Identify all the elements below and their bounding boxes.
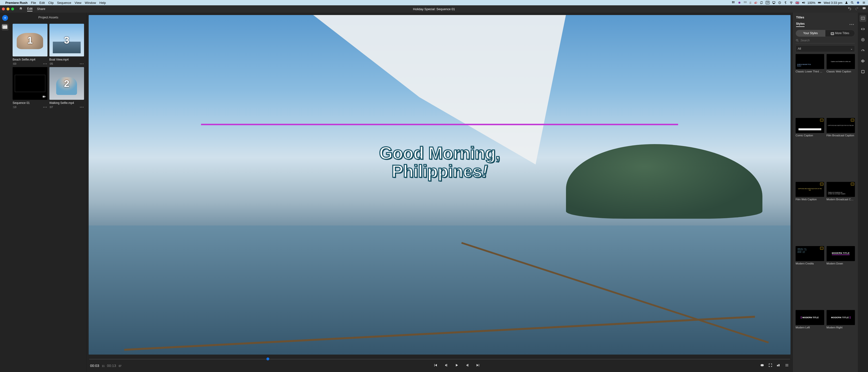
playhead[interactable]: [267, 358, 269, 361]
status-volume-icon[interactable]: [802, 1, 805, 4]
loop-button[interactable]: [760, 363, 764, 368]
status-calendar-icon[interactable]: 19: [766, 1, 770, 4]
status-clock[interactable]: Wed 3:33 pm: [824, 1, 842, 5]
color-tool-button[interactable]: [860, 36, 866, 43]
status-control-center-icon[interactable]: [862, 1, 866, 4]
asset-more-button[interactable]: •••: [43, 105, 48, 108]
title-preset[interactable]: Captions and Subtitles for online useCla…: [827, 54, 855, 116]
asset-thumbnail[interactable]: 2: [50, 67, 84, 100]
redo-button[interactable]: [855, 6, 859, 11]
goto-end-button[interactable]: [476, 363, 480, 368]
minimize-window-button[interactable]: [6, 7, 9, 10]
asset-grid: 1 Beach Selfie.mp4 :03••• 3 Boat View.mp…: [10, 22, 87, 111]
asset-thumbnail[interactable]: 1: [12, 24, 48, 56]
titles-search-input[interactable]: [800, 39, 855, 42]
asset-item[interactable]: 2 Walking Selfie.mp4 :07•••: [50, 67, 84, 108]
transitions-tool-button[interactable]: [860, 26, 866, 32]
menubar-app-name[interactable]: Premiere Rush: [5, 1, 28, 5]
status-timemachine-icon[interactable]: [778, 1, 781, 4]
fullscreen-button[interactable]: [768, 363, 773, 368]
timeline-scrubber[interactable]: [89, 356, 790, 361]
status-spotlight-icon[interactable]: [850, 1, 854, 4]
timecode-current: 00:03 11: [90, 364, 104, 368]
menu-view[interactable]: View: [74, 1, 82, 5]
transform-tool-button[interactable]: [860, 68, 866, 75]
maximize-window-button[interactable]: [11, 7, 14, 10]
title-preset[interactable]: MODERN TITLEModern Down: [827, 246, 855, 308]
asset-name: Sequence 01: [12, 101, 48, 104]
play-button[interactable]: [455, 363, 459, 368]
menu-edit[interactable]: Edit: [39, 1, 45, 5]
status-battery-pct: 100%: [807, 1, 815, 5]
asset-item[interactable]: 1 Beach Selfie.mp4 :03•••: [12, 24, 48, 65]
goto-start-button[interactable]: [433, 363, 438, 368]
status-wifi-icon[interactable]: [789, 1, 793, 4]
title-preset[interactable]: CAPTIONS AND SUBTITLES FOR ON THE AIRFil…: [796, 182, 824, 244]
title-preset[interactable]: SAMPLE HEADER TITLESubtextClassic Lower …: [796, 54, 824, 116]
speed-tool-button[interactable]: [860, 47, 866, 54]
status-dropbox-icon[interactable]: [732, 1, 735, 4]
asset-more-button[interactable]: •••: [80, 105, 84, 108]
add-media-button[interactable]: +: [2, 15, 8, 21]
title-preset[interactable]: CAPTIONS AND SUBTITLES FOR ON THE AIRFil…: [827, 118, 855, 180]
svg-rect-13: [821, 2, 821, 3]
project-assets-button[interactable]: [2, 24, 8, 31]
status-siri-icon[interactable]: [857, 1, 860, 4]
svg-point-15: [846, 1, 847, 3]
status-grid-icon[interactable]: [744, 1, 747, 4]
status-circle-icon[interactable]: [738, 1, 741, 4]
status-s-icon[interactable]: S: [749, 1, 751, 5]
view-options-button[interactable]: [776, 363, 781, 368]
title-overlay-text[interactable]: Good Morning, Philippines!: [89, 144, 790, 181]
status-bluetooth-icon[interactable]: [784, 1, 787, 4]
titles-section-label[interactable]: Styles: [796, 22, 805, 27]
menu-help[interactable]: Help: [99, 1, 106, 5]
status-refresh-icon[interactable]: [760, 1, 763, 4]
preview-canvas[interactable]: Good Morning, Philippines!: [89, 15, 790, 354]
status-airplay-icon[interactable]: [772, 1, 775, 4]
settings-menu-button[interactable]: [785, 363, 789, 368]
audio-tool-button[interactable]: [860, 58, 866, 64]
titles-search[interactable]: [796, 39, 855, 43]
asset-more-button[interactable]: •••: [43, 62, 48, 65]
tab-more-titles[interactable]: StMore Titles: [826, 30, 855, 37]
status-user-icon[interactable]: [845, 1, 848, 4]
status-flag[interactable]: 🇬🇧: [795, 1, 799, 5]
menu-sequence[interactable]: Sequence: [57, 1, 71, 5]
asset-item[interactable]: Sequence 01 :13•••: [12, 67, 48, 108]
step-forward-button[interactable]: [465, 363, 470, 368]
titles-filter-value: All: [798, 47, 801, 51]
asset-thumbnail[interactable]: 3: [50, 24, 84, 56]
titles-section-more-button[interactable]: •••: [849, 23, 855, 26]
menu-window[interactable]: Window: [85, 1, 96, 5]
asset-more-button[interactable]: •••: [80, 62, 84, 65]
title-preset[interactable]: Comic Caption: [796, 118, 824, 180]
styles-tabs: Your Styles StMore Titles: [796, 30, 855, 37]
titles-filter-select[interactable]: All ⌄: [796, 45, 855, 52]
close-window-button[interactable]: [2, 7, 5, 10]
status-cloud-icon[interactable]: [754, 1, 757, 4]
undo-button[interactable]: [848, 6, 851, 11]
home-button[interactable]: [19, 6, 23, 11]
menu-clip[interactable]: Clip: [48, 1, 54, 5]
title-preset[interactable]: MODERN TITLEModern Left: [796, 310, 824, 372]
mac-menubar: Premiere Rush File Edit Clip Sequence Vi…: [0, 0, 868, 5]
asset-thumbnail[interactable]: [12, 67, 48, 100]
tab-share[interactable]: Share: [37, 7, 45, 11]
svg-point-34: [862, 38, 864, 41]
asset-item[interactable]: 3 Boat View.mp4 :05•••: [50, 24, 84, 65]
svg-rect-24: [42, 96, 44, 98]
comment-button[interactable]: [862, 6, 866, 11]
svg-rect-3: [746, 1, 746, 2]
menu-file[interactable]: File: [31, 1, 36, 5]
title-preset[interactable]: DIRECTOR ... namePRODUCER ... nameWRITER…: [796, 246, 824, 308]
titles-tool-button[interactable]: T: [860, 15, 866, 22]
document-title: Holiday Special: Sequence 01: [413, 7, 455, 11]
svg-rect-5: [745, 2, 745, 3]
tab-edit[interactable]: Edit: [27, 7, 32, 11]
title-preset[interactable]: Captions for broadcast use(smaller text …: [827, 182, 855, 244]
tab-your-styles[interactable]: Your Styles: [796, 30, 826, 37]
title-preset[interactable]: MODERN TITLEModern Right: [827, 310, 855, 372]
status-battery-icon[interactable]: [818, 1, 821, 4]
step-back-button[interactable]: [444, 363, 448, 368]
